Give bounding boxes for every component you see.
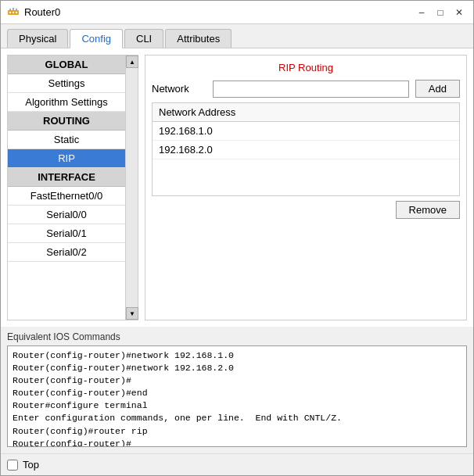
section-interface: INTERFACE: [8, 168, 125, 187]
console-line-8: Router(config-router)#: [13, 438, 461, 447]
tab-attributes[interactable]: Attributes: [165, 29, 232, 48]
tab-config[interactable]: Config: [70, 29, 123, 48]
title-bar: Router0 – □ ✕: [1, 1, 473, 24]
rip-routing-panel: RIP Routing Network Add Network Address …: [145, 55, 467, 320]
console-line-1: Router(config-router)#network 192.168.1.…: [13, 349, 461, 362]
tab-physical[interactable]: Physical: [7, 29, 68, 48]
svg-point-3: [16, 11, 17, 13]
title-controls: – □ ✕: [414, 5, 467, 20]
sidebar: GLOBAL Settings Algorithm Settings ROUTI…: [7, 55, 138, 320]
add-button[interactable]: Add: [415, 80, 460, 98]
network-label: Network: [152, 83, 206, 95]
router-window: Router0 – □ ✕ Physical Config CLI Attrib…: [0, 0, 474, 476]
network-row: Network Add: [152, 80, 460, 98]
network-row-2[interactable]: 192.168.2.0: [153, 141, 459, 159]
sidebar-item-static[interactable]: Static: [8, 131, 125, 149]
sidebar-item-serial00[interactable]: Serial0/0: [8, 206, 125, 224]
window-title: Router0: [24, 6, 60, 18]
svg-point-1: [9, 11, 11, 13]
rip-routing-title: RIP Routing: [152, 62, 460, 73]
right-panel: RIP Routing Network Add Network Address …: [145, 55, 467, 320]
bottom-area: Equivalent IOS Commands Router(config-ro…: [1, 327, 473, 453]
console-line-3: Router(config-router)#: [13, 374, 461, 387]
main-content: GLOBAL Settings Algorithm Settings ROUTI…: [1, 48, 473, 327]
remove-button[interactable]: Remove: [396, 201, 460, 219]
network-table: Network Address 192.168.1.0 192.168.2.0: [152, 102, 460, 196]
network-input[interactable]: [213, 81, 409, 98]
router-icon: [7, 6, 20, 19]
section-global: GLOBAL: [8, 55, 125, 74]
console-line-7: Router(config)#router rip: [13, 425, 461, 438]
sidebar-item-serial01[interactable]: Serial0/1: [8, 224, 125, 243]
sidebar-scrollbar[interactable]: ▲ ▼: [125, 55, 138, 320]
close-button[interactable]: ✕: [451, 5, 467, 20]
svg-point-2: [13, 11, 14, 13]
tab-bar: Physical Config CLI Attributes: [1, 24, 473, 48]
scroll-thumb-area[interactable]: [126, 68, 138, 307]
section-routing: ROUTING: [8, 112, 125, 131]
top-label: Top: [23, 459, 39, 471]
network-row-1[interactable]: 192.168.1.0: [153, 122, 459, 141]
scroll-up-arrow[interactable]: ▲: [126, 55, 138, 68]
tab-cli[interactable]: CLI: [124, 29, 163, 48]
network-table-header: Network Address: [153, 103, 459, 122]
sidebar-content: GLOBAL Settings Algorithm Settings ROUTI…: [8, 55, 125, 320]
title-bar-left: Router0: [7, 6, 60, 19]
scroll-down-arrow[interactable]: ▼: [126, 307, 138, 320]
console-box[interactable]: Router(config-router)#network 192.168.1.…: [7, 345, 467, 447]
console-line-2: Router(config-router)#network 192.168.2.…: [13, 362, 461, 374]
minimize-button[interactable]: –: [414, 5, 429, 20]
sidebar-item-settings[interactable]: Settings: [8, 74, 125, 93]
console-line-5: Router#configure terminal: [13, 399, 461, 412]
sidebar-item-serial02[interactable]: Serial0/2: [8, 243, 125, 262]
console-line-4: Router(config-router)#end: [13, 387, 461, 399]
top-checkbox[interactable]: [7, 460, 18, 471]
sidebar-item-fastethernet[interactable]: FastEthernet0/0: [8, 187, 125, 206]
sidebar-item-algorithm-settings[interactable]: Algorithm Settings: [8, 93, 125, 112]
console-line-6: Enter configuration commands, one per li…: [13, 412, 461, 424]
equivalent-ios-label: Equivalent IOS Commands: [7, 331, 467, 342]
maximize-button[interactable]: □: [433, 5, 448, 20]
sidebar-item-rip[interactable]: RIP: [8, 149, 125, 168]
footer: Top: [1, 453, 473, 475]
